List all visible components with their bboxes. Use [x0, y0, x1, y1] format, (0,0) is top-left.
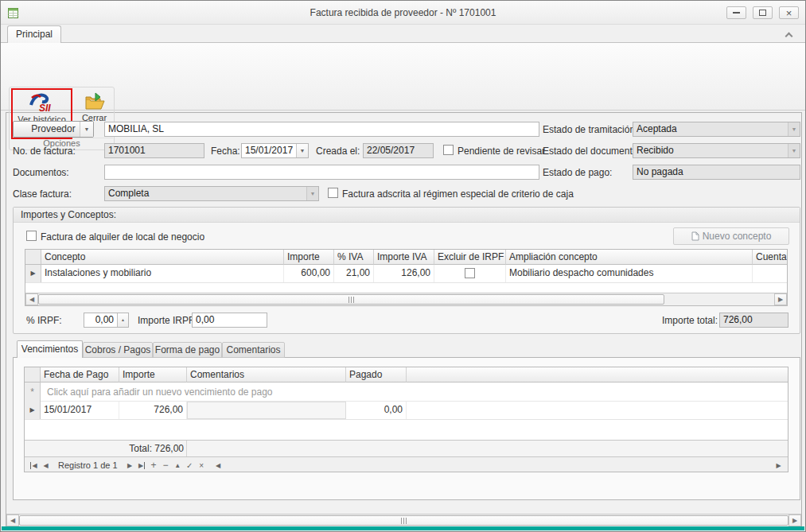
chevron-up-icon [785, 32, 792, 40]
proveedor-input[interactable]: MOBILIA, SL [104, 122, 539, 137]
chevron-down-icon[interactable]: ▼ [788, 122, 800, 136]
nuevo-concepto-button[interactable]: Nuevo concepto [673, 227, 789, 245]
fecha-label: Fecha: [211, 146, 240, 157]
clase-factura-select[interactable]: Completa ▼ [104, 186, 319, 201]
first-record-button[interactable]: ◀ [28, 460, 40, 472]
window-title: Factura recibida de proveedor - Nº 17010… [1, 7, 805, 18]
creada-el-label: Creada el: [316, 146, 360, 157]
scroll-left-icon[interactable]: ◀ [25, 293, 38, 305]
close-button[interactable]: × [779, 6, 799, 19]
chevron-down-icon[interactable]: ▼ [306, 187, 318, 200]
delete-record-button[interactable]: − [160, 460, 172, 472]
importe-irpf-label: Importe IRPF: [138, 315, 197, 326]
restore-button[interactable] [753, 6, 773, 19]
close-icon: × [786, 8, 792, 18]
cell-excluir-irpf [434, 265, 506, 282]
criterio-caja-checkbox[interactable] [328, 188, 338, 198]
cell-concepto[interactable]: Instalaciones y mobiliario [41, 265, 284, 282]
spin-up-icon[interactable]: ▲ [118, 313, 128, 328]
tab-forma-pago[interactable]: Forma de pago [153, 342, 222, 358]
restore-icon [759, 10, 766, 16]
cell-pct-iva[interactable]: 21,00 [334, 265, 374, 282]
scrollbar-thumb[interactable] [38, 294, 664, 305]
chevron-down-icon[interactable]: ▼ [296, 144, 308, 157]
form-hscrollbar: ◀ ▶ [6, 514, 801, 526]
row-indicator[interactable]: ▶ [25, 265, 41, 282]
cell-importe[interactable]: 726,00 [119, 402, 187, 419]
excluir-irpf-checkbox[interactable] [465, 268, 475, 278]
scroll-left-icon[interactable]: ◀ [6, 515, 19, 526]
ribbon: Opciones SII Ver histórico envíos SII Ce… [1, 42, 806, 111]
footer-total: Total: 726,00 [41, 441, 187, 456]
cell-comentarios[interactable] [187, 402, 346, 419]
row-indicator[interactable]: ▶ [25, 402, 41, 419]
new-row-indicator-icon: * [25, 382, 41, 402]
col-excluir-irpf[interactable]: Excluir de IRPF [434, 250, 506, 265]
new-document-icon [691, 231, 699, 241]
minimize-icon [733, 12, 740, 14]
col-ampliacion[interactable]: Ampliación concepto [506, 250, 753, 265]
estado-tramitacion-select[interactable]: Aceptada ▼ [633, 122, 800, 137]
conceptos-hscrollbar: ◀ ▶ [25, 293, 787, 305]
grip-icon [401, 518, 407, 524]
proveedor-dropdown-arrow-icon[interactable]: ▼ [80, 122, 93, 137]
scroll-right-icon[interactable]: ▶ [774, 293, 787, 305]
irpf-spinner[interactable]: 0,00 ▲▼ [84, 313, 129, 328]
importe-irpf-input[interactable]: 0,00 [192, 313, 267, 328]
scroll-right-icon[interactable]: ▶ [773, 460, 785, 472]
tab-principal[interactable]: Principal [7, 25, 61, 43]
col-cuenta[interactable]: Cuenta c [753, 250, 788, 265]
cancel-record-button[interactable]: × [196, 460, 208, 472]
cell-pagado[interactable]: 0,00 [346, 402, 407, 419]
cell-importe-iva[interactable]: 126,00 [374, 265, 434, 282]
col-importe[interactable]: Importe [284, 250, 334, 265]
col-concepto[interactable]: Concepto [41, 250, 284, 265]
pendiente-revisar-checkbox[interactable] [443, 145, 454, 155]
importe-total-input[interactable]: 726,00 [719, 313, 788, 328]
alquiler-local-checkbox[interactable] [26, 231, 37, 241]
chevron-down-icon[interactable]: ▼ [788, 144, 800, 157]
record-navigator: ◀ ◀ Registro 1 de 1 ▶ ▶ + − ▲ ✓ × ◀ ▶ [25, 456, 788, 472]
next-record-button[interactable]: ▶ [124, 460, 136, 472]
col-pct-iva[interactable]: % IVA [334, 250, 374, 265]
title-bar: Factura recibida de proveedor - Nº 17010… [1, 1, 805, 25]
prev-record-button[interactable]: ◀ [40, 460, 52, 472]
fecha-select[interactable]: 15/01/2017 ▼ [241, 143, 309, 158]
col-importe[interactable]: Importe [119, 367, 187, 382]
edit-record-button[interactable]: ▲ [172, 460, 184, 472]
col-importe-iva[interactable]: Importe IVA [374, 250, 434, 265]
importe-total-label: Importe total: [662, 315, 718, 326]
new-row-hint[interactable]: Click aquí para añadir un nuevo vencimie… [41, 382, 788, 402]
col-fecha-pago[interactable]: Fecha de Pago [41, 367, 119, 382]
col-pagado[interactable]: Pagado [346, 367, 407, 382]
navigator-text: Registro 1 de 1 [58, 460, 118, 470]
clase-factura-label: Clase factura: [13, 188, 72, 200]
scroll-right-icon[interactable]: ▶ [788, 515, 801, 526]
estado-pago-input[interactable]: No pagada [633, 165, 800, 180]
estado-documento-select[interactable]: Recibido ▼ [633, 143, 800, 158]
cell-importe[interactable]: 600,00 [284, 265, 334, 282]
criterio-caja-label: Factura adscrita al régimen especial de … [342, 188, 574, 200]
tab-vencimientos[interactable]: Vencimientos [17, 340, 83, 358]
creada-el-input[interactable]: 22/05/2017 [363, 143, 434, 158]
conceptos-grid: Concepto Importe % IVA Importe IVA Exclu… [25, 249, 788, 306]
cell-fecha-pago[interactable]: 15/01/2017 [41, 402, 119, 419]
col-comentarios[interactable]: Comentarios [187, 367, 346, 382]
alquiler-local-label: Factura de alquiler de local de negocio [41, 231, 204, 243]
minimize-button[interactable] [726, 6, 746, 19]
app-window: Factura recibida de proveedor - Nº 17010… [0, 0, 806, 532]
tab-cobros-pagos[interactable]: Cobros / Pagos [83, 342, 153, 358]
proveedor-button[interactable]: Proveedor ▼ [13, 121, 94, 138]
append-record-button[interactable]: + [148, 460, 160, 472]
documentos-input[interactable] [104, 165, 539, 180]
grid-indicator-header [25, 367, 41, 382]
importes-conceptos-title: Importes y Conceptos: [14, 208, 800, 223]
ribbon-collapse-button[interactable] [781, 29, 796, 41]
last-record-button[interactable]: ▶ [136, 460, 148, 472]
commit-record-button[interactable]: ✓ [184, 460, 196, 472]
scroll-left-icon[interactable]: ◀ [212, 460, 224, 472]
no-factura-input[interactable]: 1701001 [104, 143, 204, 158]
cell-ampliacion[interactable]: Mobiliario despacho comunidades [506, 265, 753, 282]
tab-comentarios[interactable]: Comentarios [222, 342, 285, 358]
scrollbar-thumb[interactable] [19, 515, 788, 526]
